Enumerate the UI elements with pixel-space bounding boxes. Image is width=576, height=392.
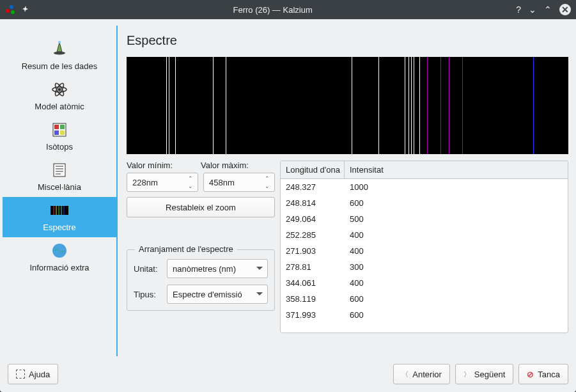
reset-zoom-button[interactable]: Restableix el zoom <box>127 197 275 217</box>
cell-intensity: 400 <box>345 227 568 243</box>
table-row[interactable]: 271.903400 <box>281 243 568 259</box>
sidebar-item-4[interactable]: Espectre <box>3 197 116 237</box>
help-titlebar-icon[interactable]: ? <box>516 4 521 15</box>
spectral-line <box>414 57 414 154</box>
help-button[interactable]: Ajuda <box>8 364 58 384</box>
maximize-icon[interactable]: ⌃ <box>544 4 552 15</box>
next-button-label: Següent <box>474 370 505 379</box>
chevron-right-icon: 〉 <box>463 370 471 379</box>
cell-wavelength: 249.064 <box>281 211 345 227</box>
cell-intensity: 600 <box>345 195 568 211</box>
sidebar-item-0[interactable]: Resum de les dades <box>3 36 116 76</box>
cell-intensity: 500 <box>345 211 568 227</box>
help-icon <box>16 370 25 379</box>
sidebar-item-label: Isòtops <box>46 142 73 152</box>
cell-intensity: 600 <box>345 291 568 307</box>
spin-up-icon[interactable]: ⌃ <box>263 175 271 182</box>
spectral-line <box>405 57 405 154</box>
type-combo[interactable]: Espectre d'emissió <box>167 285 268 304</box>
svg-rect-10 <box>54 125 59 129</box>
cell-wavelength: 248.814 <box>281 195 345 211</box>
sidebar-icon <box>50 201 69 220</box>
unit-combo[interactable]: nanòmetres (nm) <box>167 259 268 278</box>
cell-wavelength: 344.061 <box>281 275 345 291</box>
cell-intensity: 400 <box>345 243 568 259</box>
close-icon: ⊘ <box>527 370 534 379</box>
table-body[interactable]: 248.3271000248.814600249.064500252.28540… <box>281 179 568 333</box>
svg-rect-11 <box>60 125 65 129</box>
svg-point-3 <box>54 52 65 55</box>
spectral-line <box>166 57 167 154</box>
close-button[interactable]: ⊘ Tanca <box>518 364 568 384</box>
table-row[interactable]: 252.285400 <box>281 227 568 243</box>
spectral-line <box>169 57 169 154</box>
spectral-line <box>440 57 441 154</box>
spectral-line <box>378 57 379 154</box>
sidebar-item-3[interactable]: Miscel·lània <box>3 157 116 197</box>
spin-up-icon[interactable]: ⌃ <box>187 175 194 182</box>
close-window-icon[interactable]: ✕ <box>559 4 571 15</box>
spectral-line <box>409 57 409 154</box>
pin-icon[interactable] <box>22 5 29 15</box>
prev-button[interactable]: 〈 Anterior <box>393 364 450 384</box>
spectral-line <box>411 57 412 154</box>
svg-point-1 <box>10 5 13 9</box>
window-title: Ferro (26) — Kalzium <box>29 5 516 15</box>
spectrum-view[interactable] <box>127 57 568 154</box>
sidebar-item-label: Model atòmic <box>35 102 84 111</box>
groupbox-title: Arranjament de l'espectre <box>135 244 237 254</box>
chevron-left-icon: 〈 <box>401 370 409 379</box>
table-row[interactable]: 344.061400 <box>281 275 568 291</box>
close-button-label: Tanca <box>538 370 560 379</box>
unit-label: Unitat: <box>134 264 167 274</box>
table-row[interactable]: 371.993600 <box>281 307 568 323</box>
cell-wavelength: 248.327 <box>281 179 345 195</box>
svg-rect-12 <box>54 130 59 135</box>
svg-point-8 <box>58 88 61 91</box>
minimize-icon[interactable]: ⌄ <box>529 4 536 15</box>
spectral-line <box>226 57 226 154</box>
table-row[interactable]: 249.064500 <box>281 211 568 227</box>
spectral-line <box>533 57 534 154</box>
svg-point-0 <box>6 9 10 13</box>
sidebar: Resum de les dadesModel atòmicIsòtopsMis… <box>3 26 118 356</box>
sidebar-icon <box>50 120 69 139</box>
sidebar-item-5[interactable]: Informació extra <box>3 237 116 278</box>
col-intensity[interactable]: Intensitat <box>345 161 568 178</box>
cell-wavelength: 278.81 <box>281 259 345 275</box>
table-row[interactable]: 248.3271000 <box>281 179 568 195</box>
type-label: Tipus: <box>134 290 167 299</box>
cell-wavelength: 252.285 <box>281 227 345 243</box>
table-row[interactable]: 358.119600 <box>281 291 568 307</box>
spectral-line <box>449 57 449 154</box>
sidebar-item-1[interactable]: Model atòmic <box>3 76 116 116</box>
page-title: Espectre <box>127 33 568 48</box>
sidebar-item-label: Miscel·lània <box>38 182 81 192</box>
spin-down-icon[interactable]: ⌄ <box>263 183 271 189</box>
table-row[interactable]: 248.814600 <box>281 195 568 211</box>
spectral-line <box>462 57 463 154</box>
prev-button-label: Anterior <box>412 370 442 379</box>
cell-intensity: 400 <box>345 275 568 291</box>
svg-rect-19 <box>51 206 68 215</box>
sidebar-item-2[interactable]: Isòtops <box>3 116 116 157</box>
app-icon <box>5 4 15 15</box>
sidebar-icon <box>50 241 69 260</box>
sidebar-icon <box>50 161 69 180</box>
spin-down-icon[interactable]: ⌄ <box>187 183 194 189</box>
svg-point-2 <box>11 10 15 14</box>
sidebar-icon <box>50 40 69 59</box>
svg-point-4 <box>58 41 61 43</box>
spectral-line <box>352 57 352 154</box>
table-row[interactable]: 278.81300 <box>281 259 568 275</box>
spectral-line <box>175 57 176 154</box>
cell-wavelength: 271.903 <box>281 243 345 259</box>
svg-rect-14 <box>54 164 65 176</box>
col-wavelength[interactable]: Longitud d'ona <box>281 161 345 178</box>
sidebar-icon <box>50 80 69 99</box>
sidebar-item-label: Espectre <box>43 223 75 232</box>
cell-intensity: 300 <box>345 259 568 275</box>
sidebar-item-label: Informació extra <box>29 263 89 272</box>
next-button[interactable]: 〉 Següent <box>455 364 513 384</box>
spectrum-settings-group: Arranjament de l'espectre Unitat: nanòme… <box>127 249 275 311</box>
